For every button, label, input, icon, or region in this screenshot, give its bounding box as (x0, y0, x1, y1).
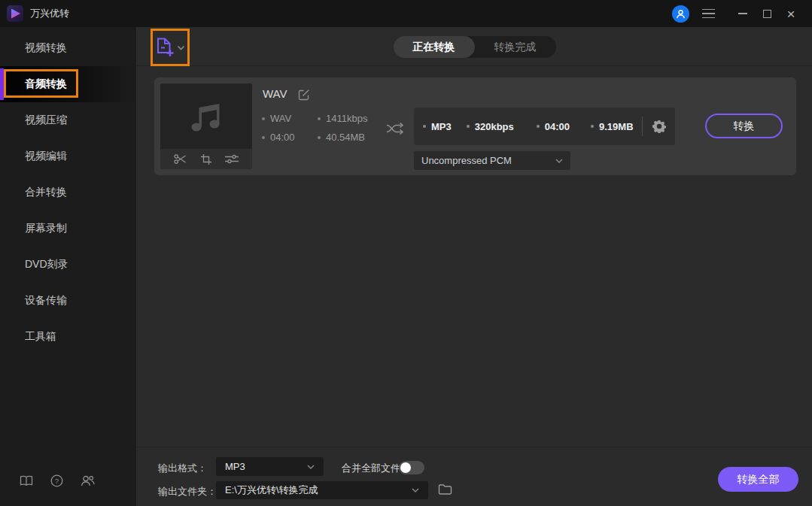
merge-all-toggle[interactable] (399, 461, 424, 474)
source-bitrate: 1411kbps (318, 113, 367, 124)
add-file-icon (155, 38, 175, 58)
toggle-knob (400, 462, 411, 473)
codec-value: Uncompressed PCM (421, 155, 512, 166)
chevron-down-icon (307, 465, 315, 469)
output-settings-box: MP3 320kbps 04:00 9.19MB (414, 108, 675, 145)
output-format-value: MP3 (225, 461, 245, 472)
sidebar-item-label: 视频转换 (25, 41, 67, 55)
sidebar-item-label: 视频压缩 (25, 114, 67, 127)
convert-all-button[interactable]: 转换全部 (718, 467, 798, 492)
bottom-bar: 输出格式： MP3 合并全部文件 输出文件夹： E:\万兴优转\转换完成 转换全… (137, 447, 812, 506)
folder-icon[interactable] (438, 483, 452, 495)
help-icon[interactable]: ? (50, 474, 63, 487)
titlebar: 万兴优转 × (0, 0, 812, 27)
content-header: 正在转换 转换完成 (137, 27, 812, 66)
sidebar-item-label: 工具箱 (25, 330, 56, 344)
chevron-down-icon (555, 159, 563, 163)
output-bitrate: 320kbps (467, 121, 514, 132)
menu-icon[interactable] (702, 9, 715, 19)
chevron-down-icon (412, 488, 419, 492)
close-button[interactable]: × (780, 4, 801, 23)
sidebar-item-video-compress[interactable]: 视频压缩 (0, 102, 136, 138)
tab-finished[interactable]: 转换完成 (475, 36, 556, 58)
source-duration: 04:00 (262, 132, 312, 143)
gear-icon[interactable] (652, 120, 666, 133)
output-size: 9.19MB (591, 121, 634, 132)
file-title: WAV (263, 87, 287, 100)
sidebar-item-dvd-burn[interactable]: DVD刻录 (0, 247, 136, 283)
app-logo-icon (7, 5, 23, 22)
sidebar-footer: ? (20, 474, 95, 487)
sidebar-item-audio-convert[interactable]: 音频转换 (0, 66, 136, 102)
guide-book-icon[interactable] (20, 475, 33, 486)
sidebar-item-merge-convert[interactable]: 合并转换 (0, 174, 136, 211)
sidebar-item-label: 屏幕录制 (25, 222, 67, 235)
minimize-icon (738, 13, 747, 14)
minimize-button[interactable] (732, 4, 753, 23)
thumbnail-toolbar (160, 149, 252, 169)
source-info: WAV 1411kbps 04:00 40.54MB (262, 113, 367, 143)
output-folder-label: 输出文件夹： (158, 485, 217, 498)
adjust-sliders-icon[interactable] (225, 154, 239, 164)
sidebar-item-label: 视频编辑 (25, 150, 67, 163)
maximize-button[interactable] (756, 4, 777, 23)
sidebar-item-video-convert[interactable]: 视频转换 (0, 30, 136, 66)
convert-button[interactable]: 转换 (705, 114, 783, 138)
sidebar-item-video-edit[interactable]: 视频编辑 (0, 138, 136, 174)
sidebar-item-screen-record[interactable]: 屏幕录制 (0, 211, 136, 247)
sidebar-item-toolbox[interactable]: 工具箱 (0, 319, 136, 355)
output-duration: 04:00 (537, 121, 570, 132)
sidebar-item-label: 音频转换 (25, 77, 67, 91)
active-accent-bar (0, 68, 4, 100)
sidebar-item-label: 合并转换 (25, 186, 67, 199)
sidebar: 视频转换 音频转换 视频压缩 视频编辑 合并转换 屏幕录制 DVD刻录 设备传输… (0, 27, 137, 506)
crop-icon[interactable] (201, 154, 211, 165)
sidebar-item-device-transfer[interactable]: 设备传输 (0, 283, 136, 319)
music-note-icon (160, 83, 252, 149)
chevron-down-icon (177, 45, 185, 50)
edit-icon[interactable] (298, 89, 310, 104)
output-folder-dropdown[interactable]: E:\万兴优转\转换完成 (216, 481, 428, 499)
close-icon: × (786, 7, 795, 21)
add-file-button[interactable] (151, 29, 190, 66)
file-card: WAV WAV 1411kbps 04:00 40.54MB MP3 320kb… (154, 77, 796, 175)
app-title: 万兴优转 (30, 7, 69, 20)
tab-converting[interactable]: 正在转换 (394, 36, 475, 58)
window-controls: × (672, 4, 812, 23)
convert-tabs: 正在转换 转换完成 (394, 36, 556, 58)
maximize-icon (763, 10, 771, 18)
sidebar-item-label: 设备传输 (25, 294, 67, 308)
file-thumbnail (160, 83, 252, 169)
codec-dropdown[interactable]: Uncompressed PCM (414, 151, 570, 170)
user-icon (676, 9, 686, 19)
divider (642, 117, 643, 136)
sidebar-item-label: DVD刻录 (25, 258, 68, 271)
contact-people-icon[interactable] (81, 475, 95, 486)
output-format: MP3 (423, 121, 452, 132)
source-format: WAV (262, 113, 312, 124)
trim-scissors-icon[interactable] (174, 153, 187, 165)
user-avatar[interactable] (672, 5, 689, 23)
output-format-label: 输出格式： (158, 462, 207, 475)
output-format-dropdown[interactable]: MP3 (216, 457, 324, 476)
output-folder-path: E:\万兴优转\转换完成 (225, 483, 318, 497)
shuffle-arrows-icon (385, 121, 406, 139)
svg-text:?: ? (55, 477, 59, 485)
merge-all-label: 合并全部文件 (342, 462, 400, 475)
source-size: 40.54MB (318, 132, 367, 143)
